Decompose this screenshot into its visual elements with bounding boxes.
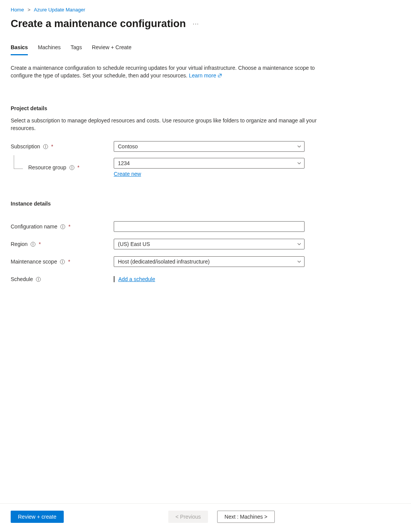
svg-point-4 bbox=[71, 166, 72, 167]
svg-rect-14 bbox=[62, 261, 63, 263]
previous-button: < Previous bbox=[168, 511, 208, 523]
svg-rect-5 bbox=[72, 167, 72, 169]
tab-basics[interactable]: Basics bbox=[11, 44, 28, 55]
svg-point-1 bbox=[45, 145, 46, 146]
external-link-icon bbox=[218, 73, 222, 78]
required-indicator: * bbox=[39, 241, 40, 247]
tab-tags[interactable]: Tags bbox=[71, 44, 82, 55]
intro-text: Create a maintenance configuration to sc… bbox=[11, 64, 324, 79]
required-indicator: * bbox=[51, 143, 53, 149]
more-actions-icon[interactable]: ··· bbox=[193, 21, 199, 27]
svg-rect-8 bbox=[63, 226, 63, 228]
wizard-footer: Review + create < Previous Next : Machin… bbox=[0, 503, 411, 532]
tree-connector bbox=[14, 155, 23, 169]
region-label: Region bbox=[11, 241, 27, 247]
breadcrumb-home[interactable]: Home bbox=[11, 7, 24, 13]
info-icon[interactable] bbox=[36, 277, 41, 282]
svg-point-10 bbox=[33, 243, 34, 244]
breadcrumb: Home > Azure Update Manager bbox=[11, 7, 400, 13]
breadcrumb-parent[interactable]: Azure Update Manager bbox=[34, 7, 85, 13]
create-new-resource-group-link[interactable]: Create new bbox=[114, 171, 141, 177]
section-instance-details-title: Instance details bbox=[11, 201, 400, 207]
page-title: Create a maintenance configuration bbox=[11, 18, 186, 30]
tab-bar: Basics Machines Tags Review + Create bbox=[11, 44, 400, 56]
svg-point-13 bbox=[62, 260, 63, 261]
schedule-label: Schedule bbox=[11, 276, 33, 282]
info-icon[interactable] bbox=[60, 259, 65, 264]
maintenance-scope-select[interactable]: Host (dedicated/isolated infrastructure) bbox=[114, 256, 305, 267]
svg-rect-11 bbox=[33, 244, 33, 245]
region-select[interactable]: (US) East US bbox=[114, 239, 305, 249]
info-icon[interactable] bbox=[60, 224, 65, 229]
subscription-label: Subscription bbox=[11, 143, 40, 149]
info-icon[interactable] bbox=[31, 242, 35, 247]
resource-group-select[interactable]: 1234 bbox=[114, 158, 305, 169]
required-indicator: * bbox=[68, 223, 70, 230]
configuration-name-input[interactable] bbox=[114, 221, 305, 232]
svg-point-7 bbox=[63, 225, 63, 226]
required-indicator: * bbox=[68, 259, 70, 265]
svg-point-16 bbox=[38, 278, 39, 279]
next-button[interactable]: Next : Machines > bbox=[217, 511, 274, 523]
add-schedule-link[interactable]: Add a schedule bbox=[118, 276, 155, 282]
tab-review[interactable]: Review + Create bbox=[92, 44, 132, 55]
configuration-name-label: Configuration name bbox=[11, 223, 57, 230]
required-indicator: * bbox=[77, 164, 79, 170]
svg-rect-17 bbox=[38, 279, 39, 280]
subscription-select[interactable]: Contoso bbox=[114, 141, 305, 152]
info-icon[interactable] bbox=[69, 165, 74, 170]
breadcrumb-separator: > bbox=[27, 7, 31, 13]
section-project-details-desc: Select a subscription to manage deployed… bbox=[11, 117, 324, 132]
tab-machines[interactable]: Machines bbox=[38, 44, 61, 55]
learn-more-link[interactable]: Learn more bbox=[189, 72, 222, 79]
resource-group-label: Resource group bbox=[28, 164, 66, 170]
review-create-button[interactable]: Review + create bbox=[11, 511, 64, 523]
svg-rect-2 bbox=[45, 146, 46, 148]
info-icon[interactable] bbox=[43, 144, 48, 149]
section-project-details-title: Project details bbox=[11, 105, 400, 111]
maintenance-scope-label: Maintenance scope bbox=[11, 259, 57, 265]
